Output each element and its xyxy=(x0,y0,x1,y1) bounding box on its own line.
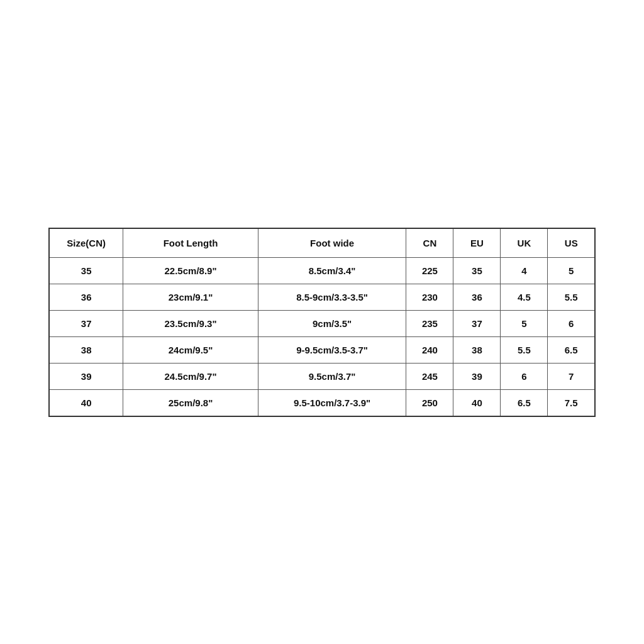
size-chart-container: Size(CN) Foot Length Foot wide CN EU UK … xyxy=(48,228,596,417)
table-cell: 8.5cm/3.4" xyxy=(258,257,406,284)
table-cell: 4 xyxy=(501,257,548,284)
table-cell: 6 xyxy=(548,310,595,336)
table-cell: 39 xyxy=(49,363,123,389)
table-row: 3924.5cm/9.7"9.5cm/3.7"2453967 xyxy=(49,363,595,389)
table-row: 3522.5cm/8.9"8.5cm/3.4"2253545 xyxy=(49,257,595,284)
table-cell: 5.5 xyxy=(501,336,548,363)
table-cell: 23cm/9.1" xyxy=(123,284,258,310)
table-cell: 37 xyxy=(49,310,123,336)
table-cell: 22.5cm/8.9" xyxy=(123,257,258,284)
table-cell: 9cm/3.5" xyxy=(258,310,406,336)
table-cell: 8.5-9cm/3.3-3.5" xyxy=(258,284,406,310)
table-cell: 38 xyxy=(453,336,501,363)
table-cell: 235 xyxy=(406,310,453,336)
size-chart-table: Size(CN) Foot Length Foot wide CN EU UK … xyxy=(48,228,596,417)
table-cell: 25cm/9.8" xyxy=(123,389,258,416)
table-cell: 9.5cm/3.7" xyxy=(258,363,406,389)
table-row: 4025cm/9.8"9.5-10cm/3.7-3.9"250406.57.5 xyxy=(49,389,595,416)
table-cell: 40 xyxy=(49,389,123,416)
table-row: 3824cm/9.5"9-9.5cm/3.5-3.7"240385.56.5 xyxy=(49,336,595,363)
table-cell: 23.5cm/9.3" xyxy=(123,310,258,336)
table-cell: 38 xyxy=(49,336,123,363)
table-cell: 225 xyxy=(406,257,453,284)
table-cell: 39 xyxy=(453,363,501,389)
table-cell: 9.5-10cm/3.7-3.9" xyxy=(258,389,406,416)
header-eu: EU xyxy=(453,228,501,258)
table-cell: 6 xyxy=(501,363,548,389)
table-cell: 6.5 xyxy=(548,336,595,363)
header-size-cn: Size(CN) xyxy=(49,228,123,258)
header-uk: UK xyxy=(501,228,548,258)
table-cell: 24.5cm/9.7" xyxy=(123,363,258,389)
table-cell: 7.5 xyxy=(548,389,595,416)
table-cell: 35 xyxy=(453,257,501,284)
table-cell: 37 xyxy=(453,310,501,336)
table-cell: 36 xyxy=(453,284,501,310)
table-cell: 245 xyxy=(406,363,453,389)
table-cell: 24cm/9.5" xyxy=(123,336,258,363)
table-row: 3723.5cm/9.3"9cm/3.5"2353756 xyxy=(49,310,595,336)
table-header-row: Size(CN) Foot Length Foot wide CN EU UK … xyxy=(49,228,595,258)
table-cell: 6.5 xyxy=(501,389,548,416)
table-cell: 7 xyxy=(548,363,595,389)
table-row: 3623cm/9.1"8.5-9cm/3.3-3.5"230364.55.5 xyxy=(49,284,595,310)
table-cell: 250 xyxy=(406,389,453,416)
header-foot-length: Foot Length xyxy=(123,228,258,258)
table-cell: 9-9.5cm/3.5-3.7" xyxy=(258,336,406,363)
table-cell: 4.5 xyxy=(501,284,548,310)
table-cell: 36 xyxy=(49,284,123,310)
table-cell: 35 xyxy=(49,257,123,284)
table-cell: 5 xyxy=(501,310,548,336)
header-foot-wide: Foot wide xyxy=(258,228,406,258)
table-cell: 230 xyxy=(406,284,453,310)
table-cell: 5.5 xyxy=(548,284,595,310)
table-cell: 40 xyxy=(453,389,501,416)
table-cell: 5 xyxy=(548,257,595,284)
header-cn: CN xyxy=(406,228,453,258)
table-cell: 240 xyxy=(406,336,453,363)
header-us: US xyxy=(548,228,595,258)
